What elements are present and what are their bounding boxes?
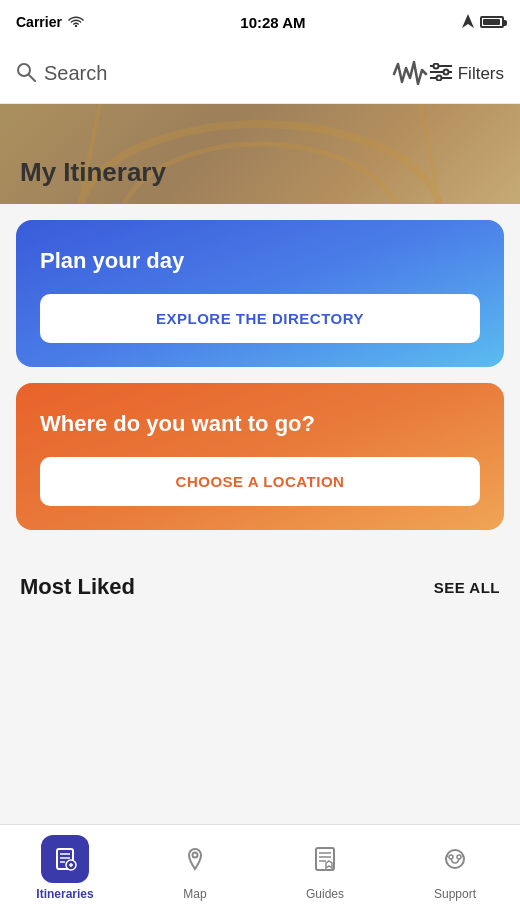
search-input-area[interactable]: Search [16, 62, 390, 86]
hero-banner: My Itinerary [0, 104, 520, 204]
svg-line-2 [29, 75, 35, 81]
carrier-label: Carrier [16, 14, 62, 30]
tab-guides-label: Guides [306, 887, 344, 901]
map-icon-wrap [171, 835, 219, 883]
search-bar[interactable]: Search Filters [0, 44, 520, 104]
explore-directory-button[interactable]: EXPLORE THE DIRECTORY [40, 294, 480, 343]
hero-title: My Itinerary [20, 157, 166, 188]
filters-button[interactable]: Filters [430, 63, 504, 85]
search-icon [16, 62, 36, 86]
itineraries-icon [51, 845, 79, 873]
status-bar-right [462, 14, 504, 31]
svg-point-20 [193, 853, 198, 858]
tab-bar: Itineraries Map Guides [0, 824, 520, 924]
svg-point-0 [75, 25, 77, 27]
guides-icon-wrap [301, 835, 349, 883]
filters-icon [430, 63, 452, 85]
status-bar-time: 10:28 AM [240, 14, 305, 31]
support-icon [441, 845, 469, 873]
tab-itineraries[interactable]: Itineraries [0, 835, 130, 901]
svg-point-1 [18, 64, 30, 76]
svg-point-26 [449, 855, 453, 859]
tab-support[interactable]: Support [390, 835, 520, 901]
filters-label: Filters [458, 64, 504, 84]
battery-icon [480, 16, 504, 28]
svg-point-8 [436, 75, 441, 80]
map-icon [181, 845, 209, 873]
see-all-button[interactable]: SEE ALL [434, 579, 500, 596]
app-logo-icon [390, 54, 430, 94]
cards-container: Plan your day EXPLORE THE DIRECTORY Wher… [0, 204, 520, 546]
plan-your-day-card: Plan your day EXPLORE THE DIRECTORY [16, 220, 504, 367]
svg-point-25 [446, 850, 464, 868]
tab-itineraries-label: Itineraries [36, 887, 93, 901]
svg-point-6 [433, 63, 438, 68]
search-label: Search [44, 62, 107, 85]
tab-guides[interactable]: Guides [260, 835, 390, 901]
status-bar: Carrier 10:28 AM [0, 0, 520, 44]
choose-location-button[interactable]: CHOOSE A LOCATION [40, 457, 480, 506]
support-icon-wrap [431, 835, 479, 883]
svg-point-27 [457, 855, 461, 859]
app-logo-area [390, 54, 430, 94]
plan-your-day-title: Plan your day [40, 248, 480, 274]
wifi-icon [68, 14, 84, 30]
tab-map[interactable]: Map [130, 835, 260, 901]
guides-icon [311, 845, 339, 873]
most-liked-title: Most Liked [20, 574, 135, 600]
choose-location-card: Where do you want to go? CHOOSE A LOCATI… [16, 383, 504, 530]
tab-map-label: Map [183, 887, 206, 901]
status-bar-left: Carrier [16, 14, 84, 30]
tab-support-label: Support [434, 887, 476, 901]
location-icon [462, 14, 474, 31]
svg-point-7 [443, 69, 448, 74]
where-to-go-title: Where do you want to go? [40, 411, 480, 437]
most-liked-section: Most Liked SEE ALL [0, 554, 520, 610]
itineraries-icon-bg [41, 835, 89, 883]
